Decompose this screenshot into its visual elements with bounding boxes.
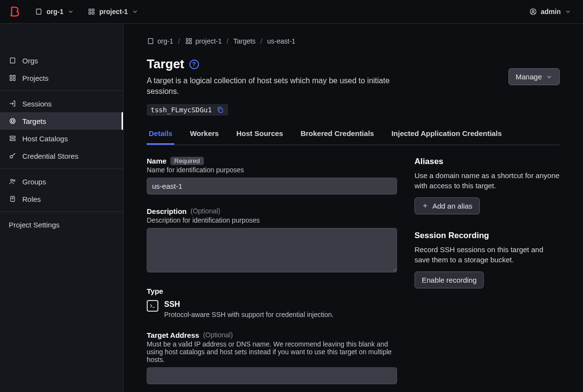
breadcrumb-current: us-east-1 [267, 37, 295, 45]
sidebar-item-roles[interactable]: Roles [0, 190, 123, 208]
svg-rect-26 [186, 39, 188, 41]
sidebar-label: Groups [22, 178, 46, 186]
optional-label: (Optional) [191, 207, 220, 215]
building-icon [147, 37, 154, 45]
sidebar-item-projects[interactable]: Projects [0, 69, 123, 87]
name-help: Name for identification purposes [147, 166, 397, 174]
sidebar: Orgs Projects Sessions Targets Host Cata… [0, 24, 123, 392]
project-switcher[interactable]: project-1 [84, 6, 142, 17]
badge-icon [9, 195, 16, 203]
tab-workers[interactable]: Workers [188, 124, 221, 145]
user-menu[interactable]: admin [525, 6, 575, 17]
login-icon [9, 100, 16, 107]
sidebar-label: Targets [22, 117, 46, 125]
tab-injected-credentials[interactable]: Injected Application Credentials [389, 124, 504, 145]
org-switcher[interactable]: org-1 [31, 6, 78, 17]
aliases-panel: Aliases Use a domain name as a shortcut … [414, 157, 560, 214]
project-name: project-1 [99, 8, 128, 15]
svg-rect-14 [10, 78, 12, 80]
breadcrumb-section[interactable]: Targets [233, 37, 256, 45]
field-type: Type SSH Protocol-aware SSH with support… [147, 287, 397, 318]
grid-icon [88, 8, 95, 15]
tab-details[interactable]: Details [147, 124, 174, 145]
app-header: org-1 project-1 admin [0, 0, 583, 24]
plus-icon [422, 202, 429, 209]
logo[interactable] [8, 5, 21, 18]
sidebar-label: Projects [22, 74, 48, 82]
svg-point-16 [10, 119, 15, 124]
type-label: Type [147, 287, 397, 295]
grid-icon [9, 74, 16, 82]
type-name: SSH [164, 300, 334, 309]
svg-rect-8 [92, 12, 94, 14]
svg-rect-12 [10, 75, 12, 77]
sidebar-label: Orgs [22, 57, 38, 65]
sidebar-label: Roles [22, 195, 41, 203]
svg-point-17 [11, 120, 14, 122]
field-description: Description (Optional) Description for i… [147, 207, 397, 274]
tab-brokered-credentials[interactable]: Brokered Credentials [299, 124, 376, 145]
svg-rect-29 [189, 42, 191, 44]
target-icon [9, 117, 16, 125]
description-help: Description for identification purposes [147, 216, 397, 224]
svg-rect-18 [10, 136, 15, 137]
name-label: Name [147, 157, 167, 165]
target-id-chip: tssh_FLmycSDGu1 [147, 104, 228, 116]
sidebar-item-sessions[interactable]: Sessions [0, 95, 123, 112]
chevron-down-icon [565, 8, 571, 15]
svg-rect-11 [10, 58, 15, 63]
svg-rect-19 [10, 139, 15, 140]
chevron-down-icon [132, 8, 138, 15]
terminal-icon [147, 300, 158, 312]
sidebar-item-groups[interactable]: Groups [0, 173, 123, 190]
layers-icon [9, 135, 16, 142]
breadcrumb: org-1 / project-1 / Targets / us-east-1 [147, 37, 560, 45]
svg-rect-0 [36, 9, 41, 15]
name-input[interactable] [147, 178, 397, 195]
breadcrumb-org[interactable]: org-1 [147, 37, 173, 45]
recording-desc: Record SSH sessions on this target and s… [414, 244, 560, 265]
chevron-down-icon [67, 8, 74, 15]
sidebar-item-host-catalogs[interactable]: Host Catalogs [0, 130, 123, 147]
user-name: admin [541, 8, 561, 15]
svg-rect-30 [219, 108, 223, 112]
target-id: tssh_FLmycSDGu1 [151, 106, 212, 114]
chevron-down-icon [546, 74, 552, 80]
address-help: Must be a valid IP address or DNS name. … [147, 340, 397, 363]
svg-rect-13 [13, 75, 15, 77]
copy-icon[interactable] [216, 106, 224, 114]
sidebar-label: Host Catalogs [22, 135, 68, 143]
svg-rect-27 [189, 39, 191, 41]
sidebar-item-credential-stores[interactable]: Credential Stores [0, 147, 123, 165]
aliases-desc: Use a domain name as a shortcut for anyo… [414, 170, 560, 191]
add-alias-button[interactable]: Add an alias [414, 197, 480, 214]
users-icon [9, 178, 16, 185]
breadcrumb-project[interactable]: project-1 [185, 37, 222, 45]
recording-title: Session Recording [414, 231, 560, 241]
sidebar-label: Project Settings [9, 221, 60, 229]
page-title: Target [147, 57, 184, 72]
svg-rect-7 [89, 12, 91, 14]
sidebar-item-project-settings[interactable]: Project Settings [0, 216, 123, 233]
building-icon [9, 57, 16, 64]
tabs: Details Workers Host Sources Brokered Cr… [147, 124, 560, 145]
sidebar-label: Sessions [22, 100, 52, 108]
tab-host-sources[interactable]: Host Sources [234, 124, 285, 145]
svg-point-24 [12, 197, 14, 199]
description-label: Description [147, 207, 187, 215]
field-target-address: Target Address (Optional) Must be a vali… [147, 331, 397, 384]
main-content: org-1 / project-1 / Targets / us-east-1 … [123, 24, 583, 392]
recording-panel: Session Recording Record SSH sessions on… [414, 231, 560, 288]
help-icon[interactable]: ? [189, 60, 199, 69]
manage-button[interactable]: Manage [508, 68, 560, 85]
svg-point-21 [11, 179, 13, 181]
sidebar-item-orgs[interactable]: Orgs [0, 52, 123, 69]
enable-recording-button[interactable]: Enable recording [414, 271, 484, 288]
description-input[interactable] [147, 228, 397, 272]
grid-icon [185, 37, 193, 45]
key-icon [9, 152, 16, 160]
svg-rect-5 [89, 9, 91, 11]
svg-rect-6 [92, 9, 94, 11]
sidebar-item-targets[interactable]: Targets [0, 112, 123, 130]
address-input[interactable] [147, 367, 397, 384]
